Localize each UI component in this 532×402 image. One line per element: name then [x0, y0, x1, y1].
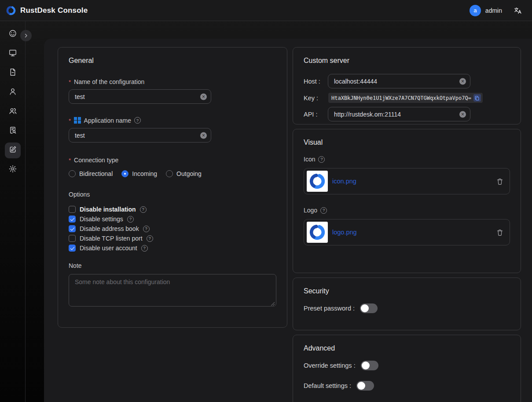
- rustdesk-console-app: RustDesk Console a admin: [0, 0, 532, 402]
- connection-type-radio-group: Bidirectional Incoming Outgoing: [69, 170, 276, 177]
- radio-incoming[interactable]: Incoming: [121, 170, 157, 177]
- security-title: Security: [304, 287, 510, 296]
- topbar: RustDesk Console a admin: [0, 0, 532, 21]
- checkbox-disable-user-account[interactable]: Disable user account: [69, 243, 276, 253]
- clear-icon[interactable]: [200, 132, 207, 139]
- sidebar-item-configurations[interactable]: [5, 143, 21, 158]
- help-icon[interactable]: [147, 235, 153, 242]
- help-icon[interactable]: [134, 117, 141, 124]
- left-column: General Name of the configuration Applic…: [58, 47, 287, 328]
- sidebar-item-dashboard[interactable]: [5, 26, 21, 42]
- checkbox-icon: [69, 235, 76, 242]
- note-label: Note: [69, 262, 276, 270]
- logo-label: Logo: [304, 207, 510, 214]
- host-row: Host :: [304, 74, 510, 88]
- preset-password-label: Preset password :: [304, 305, 355, 312]
- checkbox-icon-checked: [69, 225, 76, 232]
- advanced-card: Advanced Override settings : Default set…: [293, 335, 521, 402]
- help-icon[interactable]: [143, 226, 150, 232]
- help-icon[interactable]: [320, 207, 327, 214]
- document-icon: [8, 68, 17, 78]
- default-settings-label: Default settings :: [304, 382, 351, 389]
- help-icon[interactable]: [140, 206, 147, 213]
- audit-log-icon: [8, 126, 17, 136]
- override-settings-toggle[interactable]: [361, 361, 378, 370]
- icon-file-link[interactable]: icon.png: [332, 178, 356, 185]
- clear-icon[interactable]: [459, 111, 466, 117]
- delete-icon[interactable]: [496, 178, 503, 185]
- api-field-wrap: [328, 107, 470, 121]
- radio-icon-selected: [121, 170, 128, 177]
- api-row: API :: [304, 107, 510, 121]
- key-value-chip: HtaXBkJNHyn0e1U1jWXze7A7CN7QTGWqxkOtpaVp…: [328, 93, 483, 103]
- clear-icon[interactable]: [459, 78, 466, 84]
- checkbox-icon-checked: [69, 216, 76, 223]
- visual-title: Visual: [304, 138, 510, 147]
- sidebar-item-settings[interactable]: [5, 162, 21, 178]
- user-menu[interactable]: a admin: [470, 5, 502, 16]
- help-icon[interactable]: [127, 216, 134, 223]
- app-title: RustDesk Console: [20, 6, 88, 15]
- logo-file-link[interactable]: logo.png: [332, 229, 357, 236]
- main-panel: General Name of the configuration Applic…: [44, 39, 532, 402]
- default-settings-toggle[interactable]: [356, 381, 374, 391]
- chevron-right-icon: [23, 33, 29, 38]
- help-icon[interactable]: [318, 156, 325, 163]
- topbar-right: a admin: [470, 5, 522, 16]
- preset-password-row: Preset password :: [304, 303, 510, 313]
- default-settings-row: Default settings :: [304, 381, 510, 391]
- custom-server-title: Custom server: [304, 56, 510, 65]
- checkbox-disable-address-book[interactable]: Disable address book: [69, 224, 276, 234]
- visual-card: Visual Icon icon.png: [293, 129, 521, 273]
- clear-icon[interactable]: [200, 93, 207, 100]
- general-card: General Name of the configuration Applic…: [58, 47, 287, 328]
- monitor-icon: [8, 48, 17, 59]
- sidebar-item-groups[interactable]: [5, 104, 21, 120]
- icon-preview: [307, 171, 328, 192]
- required-marker: [69, 77, 71, 86]
- sidebar-item-audit[interactable]: [5, 123, 21, 139]
- name-field-wrap: [69, 89, 211, 104]
- required-marker: [69, 116, 71, 124]
- options-label: Options: [69, 190, 276, 198]
- options-checkbox-list: Disable installation Disable settings Di…: [69, 205, 276, 253]
- key-label: Key :: [304, 95, 328, 102]
- help-icon[interactable]: [141, 245, 148, 252]
- key-row: Key : HtaXBkJNHyn0e1U1jWXze7A7CN7QTGWqxk…: [304, 93, 510, 103]
- sidebar-collapse-button[interactable]: [20, 30, 32, 41]
- brand: RustDesk Console: [6, 5, 88, 16]
- override-settings-label: Override settings :: [304, 362, 356, 369]
- checkbox-disable-settings[interactable]: Disable settings: [69, 214, 276, 224]
- copy-icon[interactable]: [473, 94, 481, 102]
- delete-icon[interactable]: [496, 229, 503, 236]
- toggle-knob: [361, 304, 369, 312]
- users-icon: [8, 106, 17, 117]
- icon-label: Icon: [304, 156, 510, 163]
- api-input[interactable]: [328, 107, 470, 121]
- note-field-wrap: [69, 274, 276, 308]
- application-name-input[interactable]: [69, 128, 211, 143]
- host-input[interactable]: [328, 74, 470, 88]
- radio-icon: [166, 170, 173, 177]
- note-textarea[interactable]: [69, 274, 276, 307]
- sidebar-item-devices[interactable]: [5, 46, 21, 62]
- preset-password-toggle[interactable]: [360, 303, 378, 313]
- checkbox-disable-tcp-listen-port[interactable]: Disable TCP listen port: [69, 234, 276, 243]
- toggle-knob: [362, 362, 370, 369]
- key-value: HtaXBkJNHyn0e1U1jWXze7A7CN7QTGWqxkOtpaVp…: [331, 95, 471, 101]
- checkbox-icon-checked: [69, 245, 76, 252]
- host-field-wrap: [328, 74, 470, 88]
- application-name-field-wrap: [69, 128, 211, 143]
- radio-outgoing[interactable]: Outgoing: [166, 170, 202, 177]
- name-input[interactable]: [69, 89, 211, 104]
- checkbox-disable-installation[interactable]: Disable installation: [69, 205, 276, 214]
- radio-icon: [69, 170, 76, 177]
- sidebar-item-documents[interactable]: [5, 65, 21, 81]
- logo-file-row: logo.png: [304, 219, 510, 245]
- radio-bidirectional[interactable]: Bidirectional: [69, 170, 113, 177]
- security-card: Security Preset password :: [293, 278, 521, 330]
- sidebar-item-users[interactable]: [5, 84, 21, 100]
- right-column: Custom server Host : Key : HtaXBkJNHyn0e…: [293, 47, 521, 402]
- language-translate-icon[interactable]: [514, 6, 522, 15]
- rustdesk-logo-icon: [6, 5, 16, 16]
